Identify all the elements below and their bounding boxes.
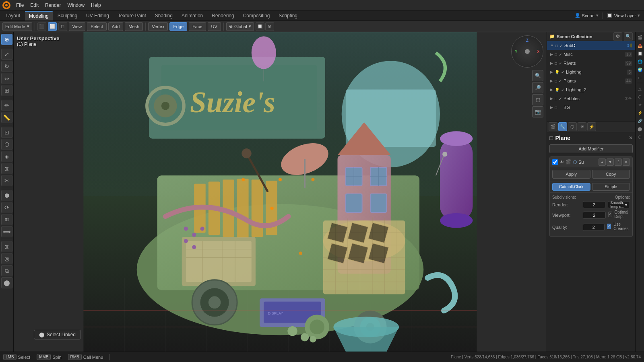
prop-tab-physics[interactable]: ⚡ [587,122,596,131]
outliner-filter-btn[interactable]: ⚙ [613,32,622,41]
catmull-clark-tab[interactable]: Catmull-Clark [552,183,590,191]
loop-cut-tool[interactable]: ⧖ [1,163,12,174]
edge-slide-tool[interactable]: ⟺ [1,226,12,237]
toggle-icon[interactable]: ▶ [550,61,553,65]
zoom-in-btn[interactable]: 🔍 [532,70,543,81]
prop-tab-particles[interactable]: ✳ [578,122,586,131]
tab-scripting[interactable]: Scripting [275,11,301,21]
item-name[interactable]: SubD [564,43,625,48]
menu-window[interactable]: Window [64,2,88,9]
render-value[interactable]: 2 [583,201,605,208]
ortho-toggle[interactable]: ⬚ [532,94,543,105]
tab-shading[interactable]: Shading [151,11,177,21]
outliner-item-plants[interactable]: ▶ □ ✓ Plants 44 [547,76,635,85]
rip-tool[interactable]: ⧉ [1,265,12,276]
modifier-visibility-icon[interactable]: 👁 [559,160,564,165]
face-mode[interactable]: Face [189,22,206,31]
move-tool[interactable]: ⤢ [1,49,12,60]
toggle-icon[interactable]: ▶ [550,88,553,92]
menu-edit[interactable]: Edit [27,2,42,9]
prop-icon-mesh[interactable]: △ [636,85,644,92]
bevel-tool[interactable]: ◈ [1,151,12,162]
snap-toggle[interactable]: 🔲 [256,22,264,31]
simple-tab[interactable]: Simple [592,183,630,191]
to-sphere-tool[interactable]: ◎ [1,253,12,264]
tab-texture-paint[interactable]: Texture Paint [114,11,150,21]
prop-icon-object[interactable]: □ [636,74,644,81]
prop-icon-material[interactable]: ⬡ [636,133,644,140]
3d-viewport[interactable]: Suzie's [14,32,547,352]
shear-tool[interactable]: ⧖ [1,241,12,252]
proportional-edit[interactable]: ⊙ [265,22,274,31]
modifier-more-btn[interactable]: ⋮ [615,158,622,166]
view-menu[interactable]: View [69,22,86,31]
prop-icon-data[interactable]: ⬤ [636,125,644,132]
item-name[interactable]: Misc [564,52,623,57]
smooth-tool[interactable]: ≋ [1,214,12,225]
edge-mode[interactable]: Edge [169,22,187,31]
toggle-icon[interactable]: ▶ [550,70,553,74]
item-name[interactable]: Pebbles [564,96,623,101]
scene-label[interactable]: Scene [582,13,594,18]
quality-value[interactable]: 2 [583,224,605,231]
toggle-icon[interactable]: ▼ [550,43,554,47]
toggle-icon[interactable]: ▶ [550,105,553,109]
viewport-value[interactable]: 2 [583,212,606,219]
spin-tool[interactable]: ⟳ [1,202,12,213]
view-layer-label[interactable]: View Layer [614,13,636,18]
outliner-item-subd[interactable]: ▼ □ ✓ SubD S [547,41,635,50]
item-name[interactable]: Rivets [564,61,623,66]
modifier-up-btn[interactable]: ▲ [599,158,606,166]
rotate-tool[interactable]: ↻ [1,61,12,72]
gizmo-y-axis[interactable]: Y [515,49,518,54]
tab-animation[interactable]: Animation [178,11,207,21]
outliner-search-btn[interactable]: 🔍 [624,32,633,41]
outliner-item-rivets[interactable]: ▶ □ ✓ Rivets 99 [547,59,635,68]
transform-tool[interactable]: ⊞ [1,85,12,96]
menu-help[interactable]: Help [88,2,104,9]
pivot-selector[interactable]: ⊕ Global ▾ [226,22,254,31]
mesh-menu[interactable]: Mesh [125,22,143,31]
outliner-item-lighting[interactable]: ▶ 💡 ✓ Lighting 5 [547,68,635,76]
item-name[interactable]: Lighting [566,70,625,74]
navigation-gizmo[interactable]: X Y Z [511,35,543,68]
outliner-panel[interactable]: ▼ □ ✓ SubD S ▶ □ ✓ Misc 10 ▶ □ [547,41,635,121]
prop-icon-output[interactable]: 📤 [636,42,644,49]
tab-rendering[interactable]: Rendering [208,11,238,21]
item-name[interactable]: BG [564,105,632,110]
prop-icon-physics[interactable]: ⚡ [636,109,644,116]
smooth-option[interactable]: Smooth, keep c... ▾ [608,201,630,208]
select-menu[interactable]: Select [87,22,107,31]
outliner-item-lighting2[interactable]: ▶ 💡 ✓ Lighting_2 [547,85,635,94]
item-name[interactable]: Lighting_2 [566,87,632,92]
scale-tool[interactable]: ⇔ [1,73,12,84]
modifier-delete-btn[interactable]: ✕ [623,158,630,166]
extrude-tool[interactable]: ⊡ [1,127,12,138]
vertex-mode[interactable]: Vertex [148,22,168,31]
viewport-shade-3[interactable]: ◻ [58,22,67,31]
tab-compositing[interactable]: Compositing [239,11,274,21]
prop-icon-particles[interactable]: ✳ [636,101,644,108]
modifier-render-icon[interactable]: 🎬 [566,159,571,165]
prop-icon-constraints[interactable]: 🔗 [636,117,644,124]
tab-sculpting[interactable]: Sculpting [54,11,81,21]
outliner-item-bg[interactable]: ▶ □ ✓ BG [547,103,635,112]
outliner-item-pebbles[interactable]: ▶ □ ✓ Pebbles ⧖ 👁 [547,94,635,103]
measure-tool[interactable]: 📏 [1,112,12,123]
uv-mode[interactable]: UV [208,22,221,31]
prop-icon-view-layer[interactable]: 🔲 [636,50,644,57]
toggle-icon[interactable]: ▶ [550,52,553,56]
prop-tab-render[interactable]: 🎬 [549,122,557,131]
add-modifier-btn[interactable]: Add Modifier [549,144,633,153]
copy-modifier-btn[interactable]: Copy [592,170,630,179]
cursor-tool[interactable]: ⊕ [1,34,12,45]
object-close-icon[interactable]: ✕ [629,135,633,141]
viewport-shade-2[interactable]: ⬜ [48,22,57,31]
prop-icon-modifier[interactable]: ⬡ [636,93,644,100]
optimal-disp-checkbox[interactable] [608,212,612,217]
use-creases-checkbox[interactable] [607,224,611,229]
gizmo-z-axis[interactable]: Z [526,38,528,43]
menu-file[interactable]: File [13,2,27,9]
zoom-out-btn[interactable]: 🔎 [532,82,543,93]
tab-modeling[interactable]: Modeling [25,11,53,21]
